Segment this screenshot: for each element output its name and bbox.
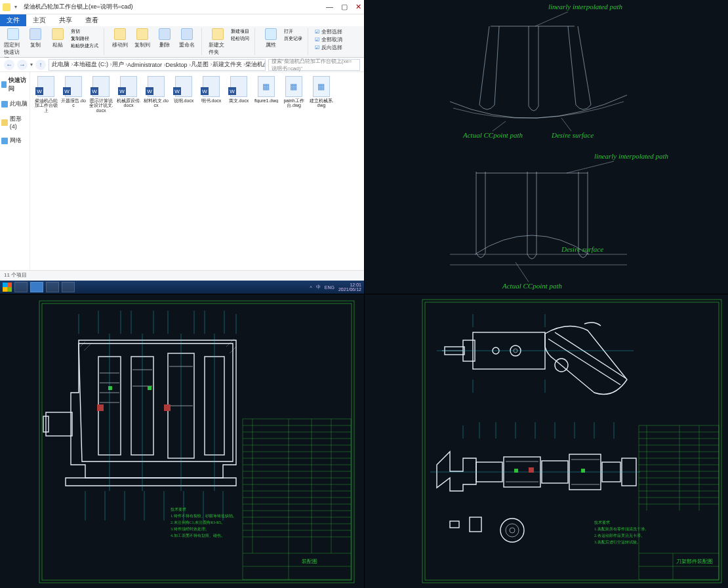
file-item[interactable]: 图示计算说全设计说文.docx [88, 76, 114, 113]
crumb: 新建文件夹 [212, 60, 246, 69]
svg-text:装配图: 装配图 [302, 559, 317, 564]
qat-arrow-icon[interactable]: ▾ [14, 4, 17, 10]
taskbar-item[interactable] [62, 282, 75, 292]
file-item[interactable]: painh工作台.dwg [281, 76, 307, 113]
easyaccess-button[interactable]: 轻松访问 [231, 35, 249, 42]
start-button[interactable] [3, 283, 12, 292]
taskbar-item-explorer[interactable] [30, 282, 43, 292]
label-desire-surface-2: Desire surface [561, 245, 603, 253]
minimize-button[interactable]: — [326, 3, 333, 11]
nav-network[interactable]: 网络 [1, 135, 28, 146]
svg-text:3.装配后进行空运转试验。: 3.装配后进行空运转试验。 [594, 539, 641, 544]
file-label: 开题报告.doc [60, 98, 87, 108]
copypath-button[interactable]: 复制路径 [71, 35, 98, 42]
svg-line-8 [493, 121, 506, 131]
selectnone-button[interactable]: 全部取消 [315, 36, 342, 43]
maximize-button[interactable]: ▢ [341, 3, 348, 11]
file-label: 明书.docx [201, 98, 222, 103]
svg-point-150 [510, 528, 515, 533]
crumb: 柴油机凸轮加工作台锁上(xe=说明书=cad) [245, 60, 266, 69]
file-label: painh工作台.dwg [281, 98, 307, 108]
copyto-button[interactable]: 复制到 [133, 28, 152, 49]
svg-rect-99 [422, 300, 721, 583]
taskbar-item[interactable] [14, 282, 28, 292]
file-item[interactable]: 材料机文.docx [143, 76, 169, 113]
crumb: 用户 [112, 60, 128, 69]
forward-button[interactable]: → [17, 60, 28, 70]
file-label: 材料机文.docx [143, 98, 169, 108]
crumb: Desktop [166, 62, 192, 68]
address-bar: ← → ▾ ↑ 此电脑 本地磁盘 (C:) 用户 Administrator D… [0, 58, 364, 72]
close-button[interactable]: ✕ [355, 3, 361, 11]
svg-rect-101 [639, 425, 719, 579]
tab-view[interactable]: 查看 [79, 14, 105, 26]
svg-rect-145 [514, 469, 518, 473]
search-input[interactable]: 搜索"柴油机凸轮加工作台锁上(xe=说明书=cad)" [268, 59, 360, 71]
label-linear-path: linearly interpolated path [548, 3, 623, 10]
moveto-button[interactable]: 移动到 [111, 28, 129, 49]
file-item[interactable]: 开题报告.doc [60, 76, 87, 113]
tray-ime[interactable]: 中 [316, 284, 321, 290]
svg-rect-23 [243, 419, 351, 579]
file-label: 建立机械系.dwg [308, 98, 334, 108]
file-label: 柴油机凸轮加工作台锁上 [33, 98, 59, 113]
svg-text:技术要求: 技术要求 [170, 507, 186, 511]
nav-pane: 快速访问 此电脑 图形(4) 网络 [0, 72, 30, 270]
svg-rect-69 [148, 386, 152, 390]
rename-button[interactable]: 重命名 [178, 28, 196, 49]
file-item[interactable]: 说明.docx [171, 76, 197, 113]
taskbar: ^ 中 ENG 12:01 2021/06/12 [0, 281, 364, 294]
crumb: 凡是图 [191, 60, 212, 69]
svg-rect-66 [97, 404, 104, 411]
file-item[interactable]: 机械原设传.docx [115, 76, 142, 113]
dwg-file-icon [258, 76, 275, 97]
titlebar: ▾ 柴油机凸轮加工作台锁上(xe=说明书=cad) — ▢ ✕ [0, 0, 364, 14]
label-desire-surface: Desire surface [551, 131, 594, 139]
up-button[interactable]: ↑ [35, 60, 46, 70]
file-item[interactable]: 明书.docx [198, 76, 224, 113]
breadcrumb[interactable]: 此电脑 本地磁盘 (C:) 用户 Administrator Desktop 凡… [49, 59, 266, 71]
paste-button[interactable]: 粘贴 [49, 28, 67, 49]
tab-share[interactable]: 共享 [52, 14, 79, 26]
nav-pictures[interactable]: 图形(4) [1, 113, 28, 131]
file-item[interactable]: 建立机械系.dwg [308, 76, 334, 113]
newfolder-button[interactable]: 新建文件夹 [209, 28, 227, 56]
file-item[interactable]: 柴油机凸轮加工作台锁上 [33, 76, 59, 113]
file-explorer-window: ▾ 柴油机凸轮加工作台锁上(xe=说明书=cad) — ▢ ✕ 文件 主页 共享… [0, 0, 364, 294]
recent-dropdown[interactable]: ▾ [30, 62, 33, 68]
gearbox-section [43, 311, 236, 520]
invert-button[interactable]: 反向选择 [315, 44, 342, 51]
cut-button[interactable]: 剪切 [71, 28, 98, 35]
tray-up-icon[interactable]: ^ [310, 285, 312, 290]
newitem-button[interactable]: 新建项目 [231, 28, 249, 35]
back-button[interactable]: ← [4, 60, 14, 70]
properties-button[interactable]: 属性 [262, 28, 280, 49]
open-button[interactable]: 打开 [284, 28, 302, 35]
svg-line-20 [516, 262, 529, 282]
svg-rect-68 [108, 386, 112, 390]
svg-line-10 [567, 161, 614, 173]
tray-clock[interactable]: 12:01 2021/06/12 [338, 283, 361, 292]
upper-view [437, 314, 634, 395]
label-linear-path-2: linearly interpolated path [594, 152, 669, 160]
word-file-icon [175, 76, 192, 97]
history-button[interactable]: 历史记录 [284, 35, 302, 42]
nav-quick-access[interactable]: 快速访问 [1, 75, 28, 94]
svg-line-6 [578, 26, 591, 105]
taskbar-item[interactable] [46, 282, 59, 292]
svg-rect-67 [164, 404, 171, 411]
copy-button[interactable]: 复制 [26, 28, 45, 49]
file-label: 说明.docx [174, 98, 194, 103]
pasteshort-button[interactable]: 粘贴快捷方式 [71, 43, 98, 49]
file-item[interactable]: 英文.docx [226, 76, 252, 113]
svg-line-1 [479, 26, 489, 105]
nav-this-pc[interactable]: 此电脑 [1, 98, 28, 109]
file-list[interactable]: 柴油机凸轮加工作台锁上开题报告.doc图示计算说全设计说文.docx机械原设传.… [30, 72, 364, 270]
selectall-button[interactable]: 全部选择 [315, 28, 342, 35]
file-item[interactable]: figure1.dwg [253, 76, 279, 113]
delete-button[interactable]: 删除 [155, 28, 174, 49]
tab-file[interactable]: 文件 [0, 14, 26, 26]
svg-text:2.未注倒角C1,未注圆角R3-R5。: 2.未注倒角C1,未注圆角R3-R5。 [171, 520, 225, 524]
tab-home[interactable]: 主页 [26, 14, 52, 26]
tray-lang[interactable]: ENG [325, 285, 334, 290]
